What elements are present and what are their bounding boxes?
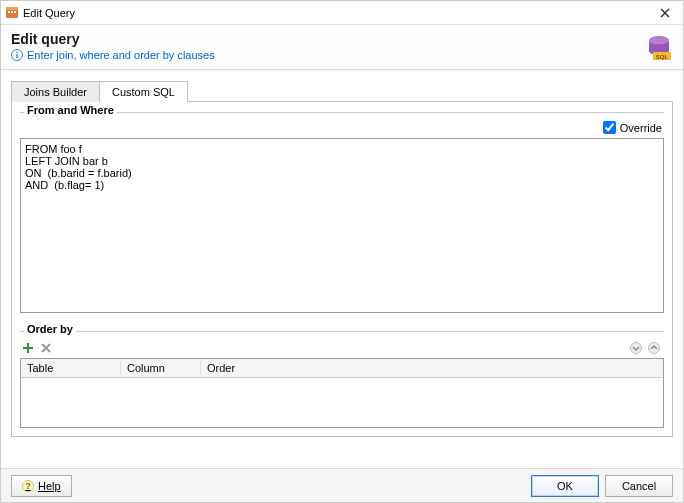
svg-point-18 — [649, 343, 660, 354]
help-label: Help — [38, 480, 61, 492]
titlebar: Edit Query — [1, 1, 683, 25]
close-icon — [660, 8, 670, 18]
header-hint: Enter join, where and order by clauses — [27, 49, 215, 61]
tab-custom-sql[interactable]: Custom SQL — [99, 81, 188, 102]
arrow-up-icon — [648, 342, 660, 354]
info-icon — [11, 49, 23, 61]
window-title: Edit Query — [23, 7, 653, 19]
order-by-group: Order by — [20, 331, 664, 428]
svg-text:SQL: SQL — [656, 54, 669, 60]
svg-rect-3 — [11, 11, 13, 13]
order-by-toolbar — [20, 338, 664, 358]
override-checkbox[interactable] — [603, 121, 616, 134]
app-icon — [5, 6, 19, 20]
tab-joins-builder[interactable]: Joins Builder — [11, 81, 100, 102]
svg-rect-0 — [6, 9, 18, 18]
ok-button[interactable]: OK — [531, 475, 599, 497]
order-by-col-column[interactable]: Column — [121, 359, 201, 377]
help-icon: ? — [22, 480, 34, 492]
arrow-down-icon — [630, 342, 642, 354]
add-icon — [22, 342, 34, 354]
override-label: Override — [620, 122, 662, 134]
order-by-col-table[interactable]: Table — [21, 359, 121, 377]
header: Edit query Enter join, where and order b… — [1, 25, 683, 70]
order-by-col-order[interactable]: Order — [201, 359, 663, 377]
svg-rect-2 — [8, 11, 10, 13]
bottom-bar: ? Help OK Cancel — [1, 468, 683, 502]
svg-rect-1 — [6, 7, 18, 10]
svg-rect-4 — [14, 11, 16, 13]
tab-panel-custom-sql: From and Where Override Order by — [11, 101, 673, 437]
move-down-button[interactable] — [628, 340, 644, 356]
cancel-button[interactable]: Cancel — [605, 475, 673, 497]
order-by-header: Table Column Order — [21, 359, 663, 378]
close-button[interactable] — [653, 3, 677, 23]
from-where-group: From and Where Override — [20, 112, 664, 315]
page-title: Edit query — [11, 31, 673, 47]
svg-point-17 — [631, 343, 642, 354]
svg-rect-9 — [16, 52, 17, 53]
svg-point-10 — [649, 36, 669, 44]
delete-button[interactable] — [38, 340, 54, 356]
svg-rect-8 — [16, 54, 17, 58]
order-by-table[interactable]: Table Column Order — [20, 358, 664, 428]
database-sql-icon: SQL — [645, 33, 673, 61]
svg-rect-14 — [23, 347, 33, 349]
move-up-button[interactable] — [646, 340, 662, 356]
help-button[interactable]: ? Help — [11, 475, 72, 497]
from-where-legend: From and Where — [24, 104, 117, 116]
sql-textarea[interactable] — [20, 138, 664, 313]
delete-icon — [41, 343, 51, 353]
add-button[interactable] — [20, 340, 36, 356]
tab-strip: Joins Builder Custom SQL — [11, 80, 673, 101]
order-by-legend: Order by — [24, 323, 76, 335]
